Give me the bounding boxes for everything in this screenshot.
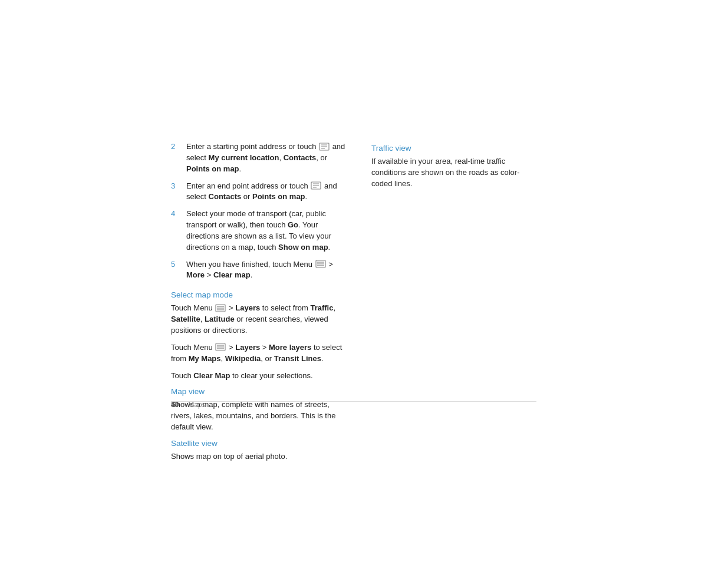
satellite-view-section: Satellite view Shows map on top of aeria… <box>171 439 348 462</box>
map-view-section: Map view Shows a map, complete with name… <box>171 387 348 433</box>
step-4: 4 Select your mode of transport (car, pu… <box>171 209 348 253</box>
page-number: 40 <box>171 401 179 409</box>
menu-icon-layers-1 <box>215 304 226 312</box>
step-text-3: Enter an end point address or touch and … <box>186 181 348 203</box>
steps-list: 2 Enter a starting point address or touc… <box>171 141 348 281</box>
traffic-view-heading: Traffic view <box>371 144 531 153</box>
step-2: 2 Enter a starting point address or touc… <box>171 141 348 175</box>
left-column: 2 Enter a starting point address or touc… <box>171 141 348 468</box>
step-number-2: 2 <box>171 141 183 153</box>
satellite-view-heading: Satellite view <box>171 439 348 448</box>
page-label: Maps <box>188 401 205 409</box>
step-text-5: When you have finished, touch Menu > Mor… <box>186 259 348 282</box>
step-number-5: 5 <box>171 259 183 270</box>
map-view-heading: Map view <box>171 387 348 396</box>
menu-icon-5 <box>315 260 326 268</box>
menu-icon-layers-2 <box>215 343 226 351</box>
traffic-view-body: If available in your area, real-time tra… <box>371 156 531 190</box>
step-number-3: 3 <box>171 181 183 192</box>
step-text-2: Enter a starting point address or touch … <box>186 141 348 175</box>
page-footer: 40 Maps <box>171 401 206 409</box>
satellite-view-body: Shows map on top of aerial photo. <box>171 451 348 462</box>
footer-divider <box>171 401 536 402</box>
step-number-4: 4 <box>171 209 183 220</box>
contact-icon-3 <box>311 181 321 190</box>
select-map-mode-section: Select map mode Touch Menu > Layers to s… <box>171 290 348 381</box>
page-content: 2 Enter a starting point address or touc… <box>171 141 554 468</box>
step-5: 5 When you have finished, touch Menu > M… <box>171 259 348 282</box>
right-column: Traffic view If available in your area, … <box>371 141 531 468</box>
traffic-view-section: Traffic view If available in your area, … <box>371 144 531 190</box>
step-text-4: Select your mode of transport (car, publ… <box>186 209 348 253</box>
select-map-mode-body-1: Touch Menu > Layers to select from Traff… <box>171 303 348 336</box>
select-map-mode-heading: Select map mode <box>171 290 348 299</box>
step-3: 3 Enter an end point address or touch an… <box>171 181 348 203</box>
two-column-layout: 2 Enter a starting point address or touc… <box>171 141 554 468</box>
contact-icon-2 <box>319 143 330 151</box>
select-map-mode-body-3: Touch Clear Map to clear your selections… <box>171 371 348 382</box>
select-map-mode-body-2: Touch Menu > Layers > More layers to sel… <box>171 342 348 365</box>
